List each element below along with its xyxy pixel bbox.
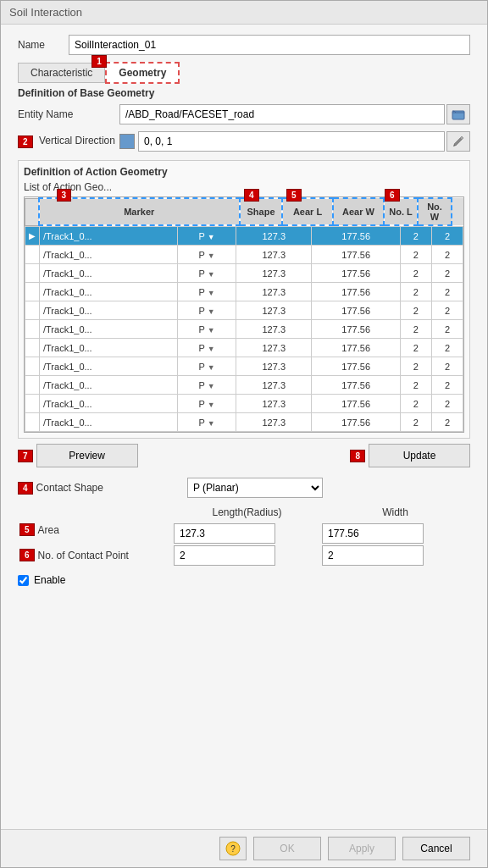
table-row[interactable]: /Track1_0... P ▼ 127.3 177.56 2 2 xyxy=(25,320,463,339)
th-no-w: No. W xyxy=(418,198,452,225)
table-row[interactable]: ▶ /Track1_0... P ▼ 127.3 177.56 2 2 xyxy=(25,227,463,246)
base-geometry-title: Definition of Base Geometry xyxy=(18,87,470,99)
cell-shape: P ▼ xyxy=(178,357,236,376)
contact-shape-select[interactable]: P (Planar) xyxy=(187,478,323,498)
badge-6-bottom: 6 xyxy=(19,549,35,561)
dialog-content: Name Characteristic Geometry 1 Definitio… xyxy=(1,25,487,829)
table-row[interactable]: /Track1_0... P ▼ 127.3 177.56 2 2 xyxy=(25,395,463,413)
cell-marker: /Track1_0... xyxy=(40,227,178,246)
ok-button[interactable]: OK xyxy=(253,837,321,860)
row-indicator xyxy=(25,264,40,283)
cell-marker: /Track1_0... xyxy=(40,413,178,432)
vertical-direction-row: 2 Vertical Direction xyxy=(18,131,470,152)
name-input[interactable] xyxy=(69,35,470,55)
th-aear-l: 5 Aear L xyxy=(282,198,333,225)
cell-no-w: 2 xyxy=(431,227,463,246)
cell-shape: P ▼ xyxy=(178,376,236,395)
cell-aear-l: 127.3 xyxy=(236,395,312,413)
cell-no-w: 2 xyxy=(431,320,463,339)
area-length-input[interactable] xyxy=(174,523,275,544)
tab-geometry[interactable]: Geometry 1 xyxy=(105,62,180,84)
cancel-button[interactable]: Cancel xyxy=(402,837,470,860)
action-table-container: 3 Marker 4 Shape 5 Aear L xyxy=(24,196,464,433)
cell-shape: P ▼ xyxy=(178,339,236,357)
badge-4-header: 4 xyxy=(244,189,259,202)
cell-no-w: 2 xyxy=(431,413,463,432)
table-row[interactable]: /Track1_0... P ▼ 127.3 177.56 2 2 xyxy=(25,283,463,301)
no-contact-l-input[interactable] xyxy=(174,545,275,566)
cell-aear-w: 177.56 xyxy=(312,413,400,432)
no-contact-row: 6 No. of Contact Point xyxy=(19,545,469,566)
tabs-row: Characteristic Geometry 1 xyxy=(18,62,470,84)
cell-aear-w: 177.56 xyxy=(312,357,400,376)
cell-aear-l: 127.3 xyxy=(236,227,312,246)
update-button[interactable]: Update xyxy=(369,444,470,467)
entity-label: Entity Name xyxy=(18,108,119,120)
cell-aear-l: 127.3 xyxy=(236,301,312,320)
area-params-table: Length(Radius) Width 5 Area xyxy=(18,505,470,567)
row-indicator xyxy=(25,339,40,357)
entity-browse-button[interactable] xyxy=(446,104,470,124)
table-row[interactable]: /Track1_0... P ▼ 127.3 177.56 2 2 xyxy=(25,301,463,320)
cell-marker: /Track1_0... xyxy=(40,339,178,357)
cell-aear-w: 177.56 xyxy=(312,376,400,395)
th-shape: 4 Shape xyxy=(240,198,282,225)
name-row: Name xyxy=(18,35,470,55)
table-row[interactable]: /Track1_0... P ▼ 127.3 177.56 2 2 xyxy=(25,246,463,264)
th-indicator xyxy=(25,198,39,225)
dialog-title: Soil Interaction xyxy=(9,6,82,19)
cell-aear-l: 127.3 xyxy=(236,320,312,339)
cell-no-w: 2 xyxy=(431,395,463,413)
cell-no-w: 2 xyxy=(431,246,463,264)
badge-7: 7 xyxy=(18,450,33,462)
help-icon: ? xyxy=(225,841,241,856)
direction-input[interactable] xyxy=(138,131,445,152)
table-row[interactable]: /Track1_0... P ▼ 127.3 177.56 2 2 xyxy=(25,264,463,283)
entity-input[interactable] xyxy=(119,104,445,124)
table-row[interactable]: /Track1_0... P ▼ 127.3 177.56 2 2 xyxy=(25,376,463,395)
row-indicator xyxy=(25,320,40,339)
cell-no-w: 2 xyxy=(431,357,463,376)
table-row[interactable]: /Track1_0... P ▼ 127.3 177.56 2 2 xyxy=(25,413,463,432)
cell-aear-w: 177.56 xyxy=(312,264,400,283)
table-row[interactable]: /Track1_0... P ▼ 127.3 177.56 2 2 xyxy=(25,339,463,357)
cell-no-l: 2 xyxy=(400,395,431,413)
cell-aear-w: 177.56 xyxy=(312,283,400,301)
cell-no-l: 2 xyxy=(400,339,431,357)
cell-marker: /Track1_0... xyxy=(40,376,178,395)
name-label: Name xyxy=(18,39,69,51)
preview-button[interactable]: Preview xyxy=(36,444,138,467)
apply-button[interactable]: Apply xyxy=(328,837,396,860)
row-indicator xyxy=(25,283,40,301)
area-row: 5 Area xyxy=(19,523,469,544)
cell-no-l: 2 xyxy=(400,320,431,339)
action-geometry-title: Definition of Action Geometry xyxy=(24,166,464,178)
bottom-buttons: ? OK Apply Cancel xyxy=(1,829,487,867)
contact-shape-row: 4 Contact Shape P (Planar) xyxy=(18,478,470,498)
cell-marker: /Track1_0... xyxy=(40,246,178,264)
area-label: 5 Area xyxy=(19,523,172,536)
table-scroll-area[interactable]: ▶ /Track1_0... P ▼ 127.3 177.56 2 2 /Tra… xyxy=(25,226,463,432)
cell-aear-w: 177.56 xyxy=(312,301,400,320)
cell-no-l: 2 xyxy=(400,376,431,395)
cell-aear-w: 177.56 xyxy=(312,320,400,339)
cell-shape: P ▼ xyxy=(178,301,236,320)
row-indicator: ▶ xyxy=(25,227,40,246)
area-width-cell xyxy=(322,523,469,544)
cell-no-w: 2 xyxy=(431,283,463,301)
preview-update-row: 7 Preview 8 Update xyxy=(18,444,470,467)
cell-aear-l: 127.3 xyxy=(236,264,312,283)
enable-checkbox[interactable] xyxy=(18,575,29,586)
table-row[interactable]: /Track1_0... P ▼ 127.3 177.56 2 2 xyxy=(25,357,463,376)
help-button[interactable]: ? xyxy=(219,837,247,860)
badge-4-bottom: 4 xyxy=(18,482,33,495)
no-contact-l-cell xyxy=(174,545,320,566)
area-width-input[interactable] xyxy=(322,523,424,544)
cell-no-w: 2 xyxy=(431,339,463,357)
no-contact-w-input[interactable] xyxy=(322,545,424,566)
cell-marker: /Track1_0... xyxy=(40,301,178,320)
row-indicator xyxy=(25,357,40,376)
cell-marker: /Track1_0... xyxy=(40,395,178,413)
cell-marker: /Track1_0... xyxy=(40,320,178,339)
direction-edit-button[interactable] xyxy=(446,131,470,152)
